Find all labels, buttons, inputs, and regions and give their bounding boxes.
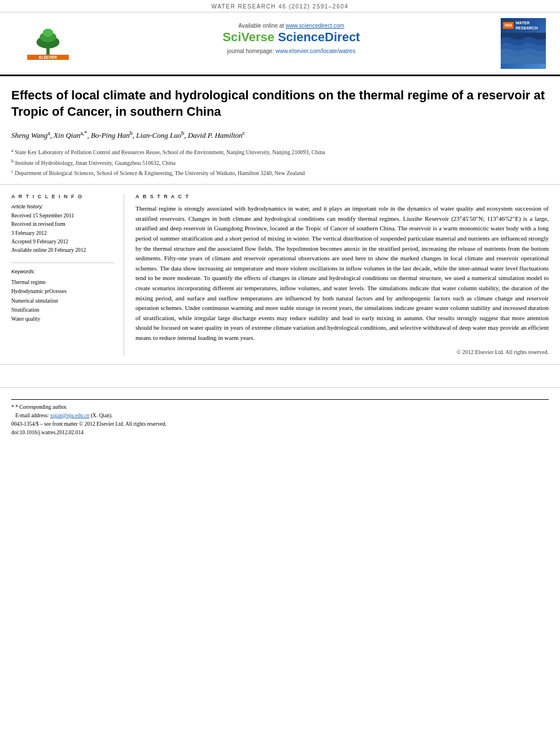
copyright-line: © 2012 Elsevier Ltd. All rights reserved… [135, 349, 549, 355]
header-center: Available online at www.sciencedirect.co… [85, 18, 498, 75]
two-col-section: A R T I C L E I N F O Article history: R… [0, 185, 560, 364]
header-area: ELSEVIER Available online at www.science… [0, 12, 560, 76]
affil-sup-c: c [11, 169, 14, 174]
author-sup-a1: a [47, 130, 50, 136]
author-sup-b2: b [181, 130, 184, 136]
email-link[interactable]: xqian@nju.edu.cn [50, 413, 89, 418]
available-online-date: Available online 20 February 2012 [11, 246, 115, 255]
authors-line: Sheng Wanga, Xin Qiana,*, Bo-Ping Hanb, … [11, 129, 549, 142]
affil-sup-a: a [11, 148, 14, 153]
svg-point-4 [43, 29, 53, 37]
history-divider [11, 263, 115, 263]
sciencedirect-link[interactable]: www.sciencedirect.com [286, 23, 344, 29]
sciverse-sciencedirect: ScienceDirect [278, 30, 360, 44]
affiliation-a: a State Key Laboratory of Pollution Cont… [11, 147, 549, 156]
doi-line: doi:10.1016/j.watres.2012.02.014 [11, 429, 549, 437]
accepted-date: Accepted 9 February 2012 [11, 238, 115, 246]
corresponding-label: * Corresponding author. [15, 404, 67, 410]
article-info-label: A R T I C L E I N F O [11, 194, 115, 199]
sciverse-sci: SciVerse [222, 30, 278, 44]
history-title: Article history: [11, 204, 115, 209]
keyword-numerical-simulation: Numerical simulation [11, 296, 115, 305]
keywords-label: Keywords: [11, 269, 115, 274]
affil-sup-b: b [11, 159, 14, 164]
corresponding-author-note: * * Corresponding author. [11, 403, 549, 412]
received-revised-label: Received in revised form [11, 220, 115, 229]
author-david-hamilton: David P. Hamilton [188, 132, 243, 140]
elsevier-logo: ELSEVIER [11, 18, 85, 75]
iwa-logo: IWA [503, 22, 514, 29]
available-online-text: Available online at www.sciencedirect.co… [90, 23, 492, 29]
journal-cover-header: IWA WATERRESEARCH [503, 20, 544, 30]
affiliation-c: c Department of Biological Sciences, Sch… [11, 168, 549, 177]
author-lian-cong-luo: Lian-Cong Luo [136, 132, 181, 140]
water-research-title: WATERRESEARCH [515, 20, 537, 30]
author-sup-b1: b [130, 130, 133, 136]
keyword-stratification: Stratification [11, 305, 115, 314]
received-date: Received 15 September 2011 [11, 212, 115, 220]
keyword-thermal-regime: Thermal regime [11, 278, 115, 287]
article-history: Article history: Received 15 September 2… [11, 204, 115, 255]
author-sheng-wang: Sheng Wang [11, 132, 47, 140]
affiliation-b: b Institute of Hydrobiology, Jinan Unive… [11, 158, 549, 167]
article-title-section: Effects of local climate and hydrologica… [0, 76, 560, 185]
journal-homepage: journal homepage: www.elsevier.com/locat… [90, 48, 492, 54]
keyword-hydrodynamic: Hydrodynamic prOcesses [11, 287, 115, 296]
abstract-label: A B S T R A C T [135, 194, 549, 199]
journal-bar: WATER RESEARCH 46 (2012) 2591–2604 [0, 0, 560, 12]
journal-homepage-link[interactable]: www.elsevier.com/locate/watres [275, 48, 355, 54]
author-xin-qian: Xin Qian [54, 132, 80, 140]
keywords-section: Keywords: Thermal regime Hydrodynamic pr… [11, 269, 115, 324]
cover-wave-decoration [501, 33, 546, 64]
journal-cover-area: IWA WATERRESEARCH [498, 18, 549, 75]
page-wrapper: WATER RESEARCH 46 (2012) 2591–2604 ELSEV… [0, 0, 560, 747]
article-info-column: A R T I C L E I N F O Article history: R… [11, 194, 124, 355]
author-sup-a2: a,* [80, 130, 87, 136]
author-bo-ping-han: Bo-Ping Han [91, 132, 130, 140]
footer-divider [11, 399, 549, 400]
svg-text:ELSEVIER: ELSEVIER [39, 55, 57, 59]
footer-section: * * Corresponding author. E-mail address… [0, 387, 560, 443]
affiliations: a State Key Laboratory of Pollution Cont… [11, 147, 549, 177]
keyword-water-quality: Water quality [11, 314, 115, 324]
sciverse-logo: SciVerse ScienceDirect [90, 30, 492, 45]
abstract-column: A B S T R A C T Thermal regime is strong… [135, 194, 549, 355]
email-line: E-mail address: xqian@nju.edu.cn (X. Qia… [11, 412, 549, 420]
article-title: Effects of local climate and hydrologica… [11, 88, 549, 120]
author-sup-c: c [243, 130, 245, 136]
received-revised-date: 3 February 2012 [11, 229, 115, 238]
elsevier-tree-icon: ELSEVIER [23, 27, 73, 60]
abstract-text: Thermal regime is strongly associated wi… [135, 204, 549, 343]
issn-line: 0043-1354/$ – see front matter © 2012 El… [11, 420, 549, 429]
journal-bar-text: WATER RESEARCH 46 (2012) 2591–2604 [212, 3, 349, 10]
journal-cover: IWA WATERRESEARCH [501, 18, 546, 69]
